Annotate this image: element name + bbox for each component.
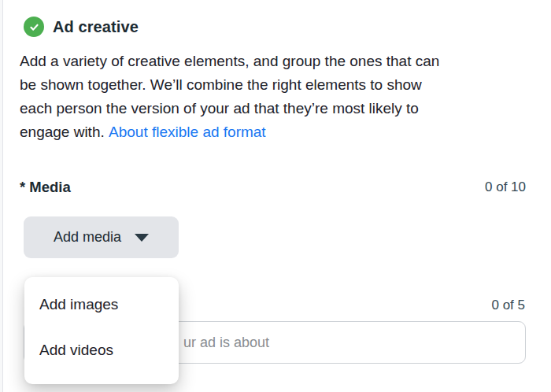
description-line: Add a variety of creative elements, and … bbox=[20, 50, 531, 73]
card-left-border bbox=[0, 0, 3, 392]
section-header: Ad creative bbox=[24, 16, 139, 38]
media-field-counter: 0 of 10 bbox=[485, 179, 526, 195]
caret-down-icon bbox=[135, 234, 149, 242]
add-media-dropdown-menu: Add images Add videos bbox=[24, 277, 179, 384]
about-flexible-ad-format-link[interactable]: About flexible ad format bbox=[109, 124, 266, 140]
section-description: Add a variety of creative elements, and … bbox=[20, 50, 531, 144]
menu-item-add-images[interactable]: Add images bbox=[24, 282, 179, 327]
text-field-counter: 0 of 5 bbox=[491, 298, 525, 313]
description-line: each person the version of your ad that … bbox=[20, 97, 531, 120]
media-field-label: * Media bbox=[20, 179, 71, 196]
add-media-button[interactable]: Add media bbox=[24, 216, 179, 258]
media-field-header: * Media 0 of 10 bbox=[20, 178, 526, 197]
primary-text-placeholder: ur ad is about bbox=[183, 335, 269, 351]
description-line: engage with. bbox=[20, 124, 105, 140]
section-title: Ad creative bbox=[53, 18, 139, 36]
description-line: be shown together. We’ll combine the rig… bbox=[20, 73, 531, 97]
description-last-line: engage with. About flexible ad format bbox=[20, 120, 531, 144]
check-circle-icon bbox=[24, 17, 44, 37]
menu-item-add-videos[interactable]: Add videos bbox=[24, 327, 179, 373]
add-media-button-label: Add media bbox=[54, 229, 121, 246]
